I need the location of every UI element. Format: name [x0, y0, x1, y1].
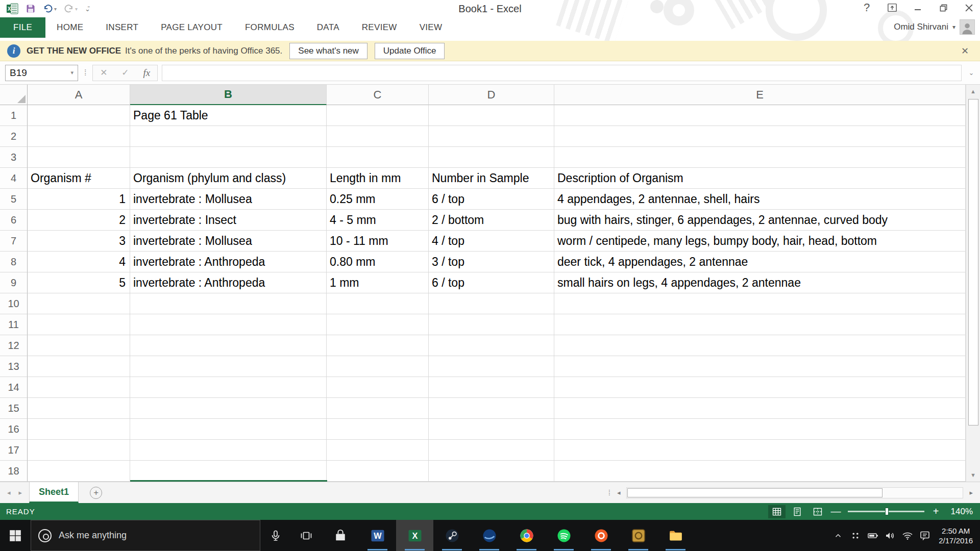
cell-b16[interactable]: [130, 419, 327, 440]
taskbar-hearthstone-icon[interactable]: [620, 520, 657, 551]
redo-dropdown-icon[interactable]: ▾: [75, 6, 78, 12]
taskbar-clock[interactable]: 2:50 AM 2/17/2016: [934, 526, 980, 545]
cell-a5[interactable]: 1: [28, 189, 130, 210]
volume-icon[interactable]: [881, 530, 899, 542]
taskbar-steam-icon[interactable]: [433, 520, 471, 551]
cell-c15[interactable]: [327, 398, 429, 419]
row-header-18[interactable]: 18: [0, 461, 28, 482]
next-sheet-icon[interactable]: ▸: [19, 489, 22, 496]
cell-c4[interactable]: Length in mm: [327, 168, 429, 189]
ribbon-tab-view[interactable]: VIEW: [408, 17, 454, 38]
row-header-14[interactable]: 14: [0, 377, 28, 398]
cell-d3[interactable]: [429, 147, 554, 168]
row-header-9[interactable]: 9: [0, 272, 28, 293]
close-button[interactable]: [962, 1, 976, 14]
row-header-13[interactable]: 13: [0, 356, 28, 377]
row-header-3[interactable]: 3: [0, 147, 28, 168]
ribbon-tab-data[interactable]: DATA: [306, 17, 351, 38]
scroll-up-icon[interactable]: ▲: [966, 85, 980, 98]
cell-b3[interactable]: [130, 147, 327, 168]
ribbon-tab-page-layout[interactable]: PAGE LAYOUT: [150, 17, 234, 38]
cell-c17[interactable]: [327, 440, 429, 461]
cell-d12[interactable]: [429, 335, 554, 356]
microphone-icon[interactable]: [260, 520, 291, 551]
taskbar-spotify-icon[interactable]: [545, 520, 582, 551]
account-area[interactable]: Omid Shirvani ▾: [894, 19, 975, 35]
minimize-button[interactable]: [911, 1, 925, 14]
row-header-8[interactable]: 8: [0, 252, 28, 272]
cell-a18[interactable]: [28, 461, 130, 482]
cell-a3[interactable]: [28, 147, 130, 168]
zoom-slider-thumb[interactable]: [885, 508, 889, 515]
horizontal-scroll-track[interactable]: [626, 487, 963, 498]
expand-formula-bar-icon[interactable]: ⌄: [965, 69, 978, 77]
cell-e14[interactable]: [554, 377, 966, 398]
cell-d16[interactable]: [429, 419, 554, 440]
name-box[interactable]: B19 ▾: [5, 65, 78, 81]
cell-c1[interactable]: [327, 105, 429, 126]
cell-c7[interactable]: 10 - 11 mm: [327, 231, 429, 252]
taskbar-word-icon[interactable]: W: [359, 520, 396, 551]
cell-c5[interactable]: 0.25 mm: [327, 189, 429, 210]
cell-e18[interactable]: [554, 461, 966, 482]
cell-b1[interactable]: Page 61 Table: [130, 105, 327, 126]
cell-d11[interactable]: [429, 314, 554, 335]
cell-c6[interactable]: 4 - 5 mm: [327, 210, 429, 231]
cell-c16[interactable]: [327, 419, 429, 440]
page-break-preview-button[interactable]: [809, 505, 826, 518]
ribbon-tab-home[interactable]: HOME: [45, 17, 94, 38]
taskbar-excel-icon[interactable]: X: [396, 520, 433, 551]
battery-icon[interactable]: [864, 530, 881, 542]
cell-a17[interactable]: [28, 440, 130, 461]
cell-b10[interactable]: [130, 293, 327, 314]
cell-a2[interactable]: [28, 126, 130, 147]
scroll-left-icon[interactable]: ◂: [615, 489, 623, 496]
page-layout-view-button[interactable]: [789, 505, 806, 518]
cell-e1[interactable]: [554, 105, 966, 126]
cell-a14[interactable]: [28, 377, 130, 398]
taskbar-origin-icon[interactable]: [582, 520, 620, 551]
cell-d1[interactable]: [429, 105, 554, 126]
scroll-right-icon[interactable]: ▸: [967, 489, 975, 496]
taskbar-chrome-icon[interactable]: [508, 520, 545, 551]
update-office-button[interactable]: Update Office: [375, 43, 445, 59]
save-button[interactable]: [26, 4, 36, 14]
cell-d5[interactable]: 6 / top: [429, 189, 554, 210]
cell-e13[interactable]: [554, 356, 966, 377]
zoom-in-button[interactable]: +: [929, 506, 943, 517]
row-header-5[interactable]: 5: [0, 189, 28, 210]
row-header-11[interactable]: 11: [0, 314, 28, 335]
notification-close-icon[interactable]: ✕: [957, 45, 973, 57]
redo-button[interactable]: ▾: [64, 4, 78, 14]
cell-a9[interactable]: 5: [28, 272, 130, 293]
cell-b17[interactable]: [130, 440, 327, 461]
previous-sheet-icon[interactable]: ◂: [7, 489, 11, 496]
see-whats-new-button[interactable]: See what's new: [289, 43, 368, 59]
help-button[interactable]: ?: [860, 1, 874, 14]
scroll-down-icon[interactable]: ▼: [966, 468, 980, 482]
cell-a8[interactable]: 4: [28, 252, 130, 272]
cell-e3[interactable]: [554, 147, 966, 168]
cell-b11[interactable]: [130, 314, 327, 335]
cell-c9[interactable]: 1 mm: [327, 272, 429, 293]
cell-b14[interactable]: [130, 377, 327, 398]
cell-e12[interactable]: [554, 335, 966, 356]
tray-app-icon[interactable]: [847, 531, 864, 540]
row-header-4[interactable]: 4: [0, 168, 28, 189]
row-header-2[interactable]: 2: [0, 126, 28, 147]
cell-e15[interactable]: [554, 398, 966, 419]
cell-e5[interactable]: 4 appendages, 2 antennae, shell, hairs: [554, 189, 966, 210]
insert-function-icon[interactable]: fx: [136, 67, 157, 79]
row-header-10[interactable]: 10: [0, 293, 28, 314]
row-header-12[interactable]: 12: [0, 335, 28, 356]
cell-d7[interactable]: 4 / top: [429, 231, 554, 252]
formula-input[interactable]: [162, 65, 962, 81]
cell-e6[interactable]: bug with hairs, stinger, 6 appendages, 2…: [554, 210, 966, 231]
cell-c14[interactable]: [327, 377, 429, 398]
cell-e7[interactable]: worm / centipede, many legs, bumpy body,…: [554, 231, 966, 252]
cell-d4[interactable]: Number in Sample: [429, 168, 554, 189]
horizontal-scroll-thumb[interactable]: [627, 488, 883, 497]
cell-b18[interactable]: [130, 461, 327, 482]
column-header-d[interactable]: D: [429, 85, 554, 105]
cell-e17[interactable]: [554, 440, 966, 461]
